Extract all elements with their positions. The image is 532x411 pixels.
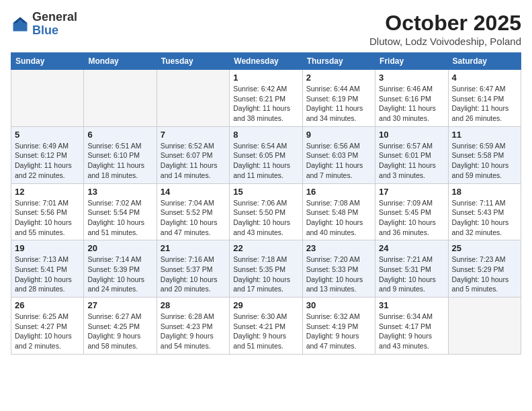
calendar-cell [157, 70, 229, 127]
day-header-tuesday: Tuesday [157, 53, 229, 70]
day-info: Sunrise: 6:49 AM Sunset: 6:12 PM Dayligh… [15, 141, 80, 181]
calendar-week-row: 12Sunrise: 7:01 AM Sunset: 5:56 PM Dayli… [11, 183, 521, 240]
day-number: 3 [379, 73, 444, 83]
calendar-cell: 11Sunrise: 6:59 AM Sunset: 5:58 PM Dayli… [448, 126, 521, 183]
logo-text: General Blue [32, 11, 77, 38]
day-info: Sunrise: 6:44 AM Sunset: 6:19 PM Dayligh… [306, 84, 371, 124]
calendar-cell: 31Sunrise: 6:34 AM Sunset: 4:17 PM Dayli… [375, 298, 448, 355]
calendar-cell: 1Sunrise: 6:42 AM Sunset: 6:21 PM Daylig… [230, 70, 302, 127]
day-info: Sunrise: 6:59 AM Sunset: 5:58 PM Dayligh… [452, 141, 517, 181]
day-info: Sunrise: 6:42 AM Sunset: 6:21 PM Dayligh… [233, 84, 298, 124]
calendar-cell [84, 70, 157, 127]
calendar-cell [11, 70, 84, 127]
day-number: 24 [379, 243, 444, 253]
calendar-cell: 12Sunrise: 7:01 AM Sunset: 5:56 PM Dayli… [11, 183, 84, 240]
day-number: 6 [87, 130, 152, 140]
day-header-saturday: Saturday [448, 53, 521, 70]
day-number: 19 [15, 243, 80, 253]
calendar-cell: 5Sunrise: 6:49 AM Sunset: 6:12 PM Daylig… [11, 126, 84, 183]
day-number: 16 [306, 187, 371, 197]
day-number: 30 [306, 300, 371, 310]
day-headers-row: SundayMondayTuesdayWednesdayThursdayFrid… [11, 53, 521, 70]
calendar-cell: 18Sunrise: 7:11 AM Sunset: 5:43 PM Dayli… [448, 183, 521, 240]
logo-general-text: General [32, 10, 77, 24]
day-number: 17 [379, 187, 444, 197]
calendar-cell: 2Sunrise: 6:44 AM Sunset: 6:19 PM Daylig… [302, 70, 375, 127]
day-number: 10 [379, 130, 444, 140]
calendar-table: SundayMondayTuesdayWednesdayThursdayFrid… [11, 52, 521, 355]
day-info: Sunrise: 7:08 AM Sunset: 5:48 PM Dayligh… [306, 198, 371, 238]
calendar-cell: 13Sunrise: 7:02 AM Sunset: 5:54 PM Dayli… [84, 183, 157, 240]
day-info: Sunrise: 7:04 AM Sunset: 5:52 PM Dayligh… [161, 198, 226, 238]
day-number: 7 [161, 130, 226, 140]
day-info: Sunrise: 6:25 AM Sunset: 4:27 PM Dayligh… [15, 312, 80, 351]
calendar-cell: 6Sunrise: 6:51 AM Sunset: 6:10 PM Daylig… [84, 126, 157, 183]
calendar-cell: 14Sunrise: 7:04 AM Sunset: 5:52 PM Dayli… [157, 183, 229, 240]
day-info: Sunrise: 7:18 AM Sunset: 5:35 PM Dayligh… [233, 255, 298, 294]
day-number: 27 [87, 300, 152, 310]
day-number: 15 [233, 187, 298, 197]
calendar-cell: 3Sunrise: 6:46 AM Sunset: 6:16 PM Daylig… [375, 70, 448, 127]
day-number: 23 [306, 243, 371, 253]
day-number: 18 [452, 187, 517, 197]
day-number: 31 [379, 300, 444, 310]
day-number: 20 [87, 243, 152, 253]
day-header-sunday: Sunday [11, 53, 84, 70]
day-number: 21 [161, 243, 226, 253]
calendar-cell: 19Sunrise: 7:13 AM Sunset: 5:41 PM Dayli… [11, 240, 84, 298]
calendar-cell: 7Sunrise: 6:52 AM Sunset: 6:07 PM Daylig… [157, 126, 229, 183]
month-title: October 2025 [369, 11, 521, 36]
logo-blue-text: Blue [32, 24, 58, 37]
day-number: 5 [15, 130, 80, 140]
day-info: Sunrise: 7:11 AM Sunset: 5:43 PM Dayligh… [452, 198, 517, 238]
day-info: Sunrise: 6:27 AM Sunset: 4:25 PM Dayligh… [87, 312, 152, 351]
day-info: Sunrise: 7:02 AM Sunset: 5:54 PM Dayligh… [87, 198, 152, 238]
day-number: 12 [15, 187, 80, 197]
day-number: 11 [452, 130, 517, 140]
day-header-wednesday: Wednesday [230, 53, 302, 70]
calendar-cell: 23Sunrise: 7:20 AM Sunset: 5:33 PM Dayli… [302, 240, 375, 298]
day-info: Sunrise: 7:13 AM Sunset: 5:41 PM Dayligh… [15, 255, 80, 294]
day-number: 13 [87, 187, 152, 197]
day-info: Sunrise: 7:09 AM Sunset: 5:45 PM Dayligh… [379, 198, 444, 238]
calendar-cell: 15Sunrise: 7:06 AM Sunset: 5:50 PM Dayli… [230, 183, 302, 240]
calendar-cell: 22Sunrise: 7:18 AM Sunset: 5:35 PM Dayli… [230, 240, 302, 298]
day-info: Sunrise: 6:54 AM Sunset: 6:05 PM Dayligh… [233, 141, 298, 181]
day-number: 1 [233, 73, 298, 83]
logo-icon [11, 15, 30, 34]
day-info: Sunrise: 6:46 AM Sunset: 6:16 PM Dayligh… [379, 84, 444, 124]
calendar-cell: 27Sunrise: 6:27 AM Sunset: 4:25 PM Dayli… [84, 298, 157, 355]
day-header-monday: Monday [84, 53, 157, 70]
calendar-cell: 25Sunrise: 7:23 AM Sunset: 5:29 PM Dayli… [448, 240, 521, 298]
day-info: Sunrise: 7:06 AM Sunset: 5:50 PM Dayligh… [233, 198, 298, 238]
page-header: General Blue October 2025 Dlutow, Lodz V… [11, 11, 521, 47]
day-info: Sunrise: 6:47 AM Sunset: 6:14 PM Dayligh… [452, 84, 517, 124]
calendar-cell: 24Sunrise: 7:21 AM Sunset: 5:31 PM Dayli… [375, 240, 448, 298]
day-info: Sunrise: 6:30 AM Sunset: 4:21 PM Dayligh… [233, 312, 298, 351]
day-number: 29 [233, 300, 298, 310]
calendar-cell: 26Sunrise: 6:25 AM Sunset: 4:27 PM Dayli… [11, 298, 84, 355]
calendar-cell [448, 298, 521, 355]
day-info: Sunrise: 7:01 AM Sunset: 5:56 PM Dayligh… [15, 198, 80, 238]
calendar-cell: 17Sunrise: 7:09 AM Sunset: 5:45 PM Dayli… [375, 183, 448, 240]
day-info: Sunrise: 6:28 AM Sunset: 4:23 PM Dayligh… [161, 312, 226, 351]
day-info: Sunrise: 7:23 AM Sunset: 5:29 PM Dayligh… [452, 255, 517, 294]
day-number: 9 [306, 130, 371, 140]
day-info: Sunrise: 7:14 AM Sunset: 5:39 PM Dayligh… [87, 255, 152, 294]
day-info: Sunrise: 6:52 AM Sunset: 6:07 PM Dayligh… [161, 141, 226, 181]
day-number: 25 [452, 243, 517, 253]
calendar-cell: 28Sunrise: 6:28 AM Sunset: 4:23 PM Dayli… [157, 298, 229, 355]
calendar-cell: 9Sunrise: 6:56 AM Sunset: 6:03 PM Daylig… [302, 126, 375, 183]
calendar-cell: 10Sunrise: 6:57 AM Sunset: 6:01 PM Dayli… [375, 126, 448, 183]
calendar-cell: 29Sunrise: 6:30 AM Sunset: 4:21 PM Dayli… [230, 298, 302, 355]
calendar-week-row: 1Sunrise: 6:42 AM Sunset: 6:21 PM Daylig… [11, 70, 521, 127]
calendar-week-row: 26Sunrise: 6:25 AM Sunset: 4:27 PM Dayli… [11, 298, 521, 355]
day-number: 22 [233, 243, 298, 253]
calendar-cell: 20Sunrise: 7:14 AM Sunset: 5:39 PM Dayli… [84, 240, 157, 298]
day-number: 26 [15, 300, 80, 310]
calendar-week-row: 19Sunrise: 7:13 AM Sunset: 5:41 PM Dayli… [11, 240, 521, 298]
location-text: Dlutow, Lodz Voivodeship, Poland [369, 36, 521, 47]
calendar-cell: 4Sunrise: 6:47 AM Sunset: 6:14 PM Daylig… [448, 70, 521, 127]
logo: General Blue [11, 11, 77, 38]
day-info: Sunrise: 6:56 AM Sunset: 6:03 PM Dayligh… [306, 141, 371, 181]
